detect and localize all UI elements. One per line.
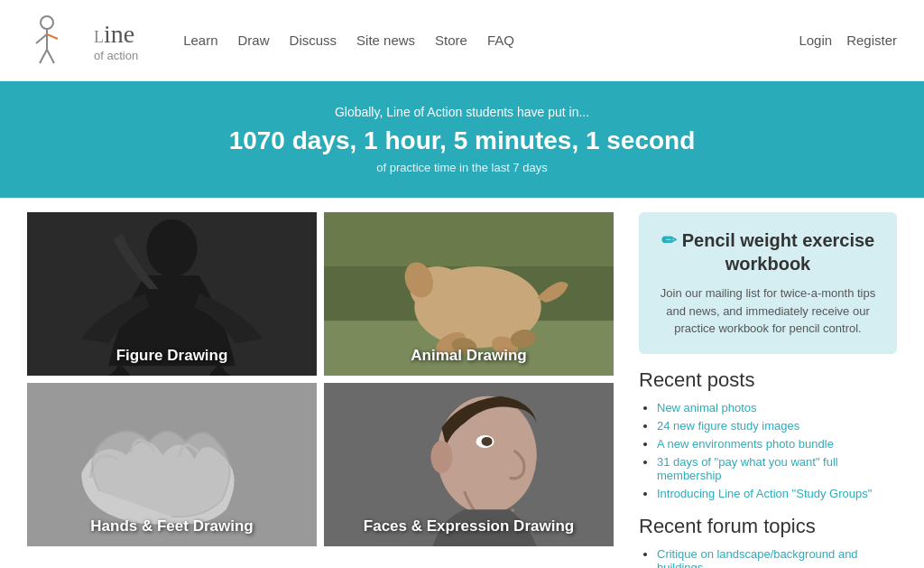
logo-icon — [27, 9, 90, 72]
hands-drawing-card[interactable]: Hands & Feet Drawing — [27, 383, 317, 546]
post-link-2[interactable]: A new environments photo bundle — [657, 437, 834, 451]
list-item: A new environments photo bundle — [657, 437, 897, 451]
svg-point-0 — [41, 16, 53, 29]
workbook-description: Join our mailing list for twice-a-month … — [653, 284, 882, 338]
svg-line-2 — [36, 34, 47, 43]
faces-drawing-card[interactable]: Faces & Expression Drawing — [324, 383, 614, 546]
main-content: Figure Drawing Animal Drawing — [0, 198, 924, 568]
list-item: 31 days of "pay what you want" full memb… — [657, 455, 897, 482]
hero-time: 1070 days, 1 hour, 5 minutes, 1 second — [18, 126, 906, 155]
post-link-0[interactable]: New animal photos — [657, 401, 757, 414]
hero-banner: Globally, Line of Action students have p… — [0, 81, 924, 198]
nav-sitenews[interactable]: Site news — [356, 33, 415, 48]
nav-store[interactable]: Store — [435, 33, 467, 48]
svg-line-4 — [40, 50, 47, 63]
nav-learn[interactable]: Learn — [183, 33, 217, 48]
logo-sub: of action — [94, 49, 138, 62]
svg-point-23 — [482, 437, 493, 446]
post-link-3[interactable]: 31 days of "pay what you want" full memb… — [657, 455, 838, 482]
animal-drawing-label: Animal Drawing — [324, 347, 614, 365]
pencil-icon: ✏ — [661, 230, 677, 250]
recent-forum-list: Critique on landscape/background and bui… — [639, 547, 897, 569]
list-item: Introducing Line of Action "Study Groups… — [657, 487, 897, 500]
recent-posts-list: New animal photos 24 new figure study im… — [639, 401, 897, 500]
hero-subtitle: Globally, Line of Action students have p… — [18, 105, 906, 119]
header: Line of action Learn Draw Discuss Site n… — [0, 0, 924, 81]
list-item: Critique on landscape/background and bui… — [657, 547, 897, 569]
list-item: New animal photos — [657, 401, 897, 414]
nav-discuss[interactable]: Discuss — [290, 33, 337, 48]
auth-area: Login Register — [799, 33, 897, 48]
figure-drawing-label: Figure Drawing — [27, 347, 317, 365]
workbook-title: ✏Pencil weight exercise workbook — [653, 228, 882, 275]
workbook-title-text: Pencil weight exercise workbook — [682, 230, 874, 274]
nav-draw[interactable]: Draw — [238, 33, 270, 48]
right-column: ✏Pencil weight exercise workbook Join ou… — [614, 212, 897, 568]
main-nav: Learn Draw Discuss Site news Store FAQ — [183, 33, 799, 48]
drawing-grid: Figure Drawing Animal Drawing — [27, 212, 614, 546]
list-item: 24 new figure study images — [657, 419, 897, 433]
svg-line-5 — [47, 50, 54, 63]
faces-drawing-label: Faces & Expression Drawing — [324, 517, 614, 535]
recent-posts-title: Recent posts — [639, 368, 897, 392]
svg-line-3 — [47, 34, 58, 39]
recent-forum-section: Recent forum topics Critique on landscap… — [639, 515, 897, 569]
nav-faq[interactable]: FAQ — [487, 33, 514, 48]
logo-text: Line — [94, 18, 134, 49]
login-link[interactable]: Login — [799, 33, 832, 48]
recent-posts-section: Recent posts New animal photos 24 new fi… — [639, 368, 897, 500]
forum-link-0[interactable]: Critique on landscape/background and bui… — [657, 547, 858, 569]
register-link[interactable]: Register — [846, 33, 897, 48]
post-link-1[interactable]: 24 new figure study images — [657, 419, 799, 433]
recent-forum-title: Recent forum topics — [639, 515, 897, 538]
svg-rect-10 — [324, 212, 614, 266]
svg-point-21 — [430, 441, 452, 473]
post-link-4[interactable]: Introducing Line of Action "Study Groups… — [657, 487, 872, 500]
hero-description: of practice time in the last 7 days — [18, 161, 906, 174]
hands-drawing-label: Hands & Feet Drawing — [27, 517, 317, 535]
logo-area[interactable]: Line of action — [27, 9, 138, 72]
svg-point-7 — [146, 219, 197, 277]
animal-drawing-card[interactable]: Animal Drawing — [324, 212, 614, 376]
figure-drawing-card[interactable]: Figure Drawing — [27, 212, 317, 376]
workbook-box: ✏Pencil weight exercise workbook Join ou… — [639, 212, 897, 354]
